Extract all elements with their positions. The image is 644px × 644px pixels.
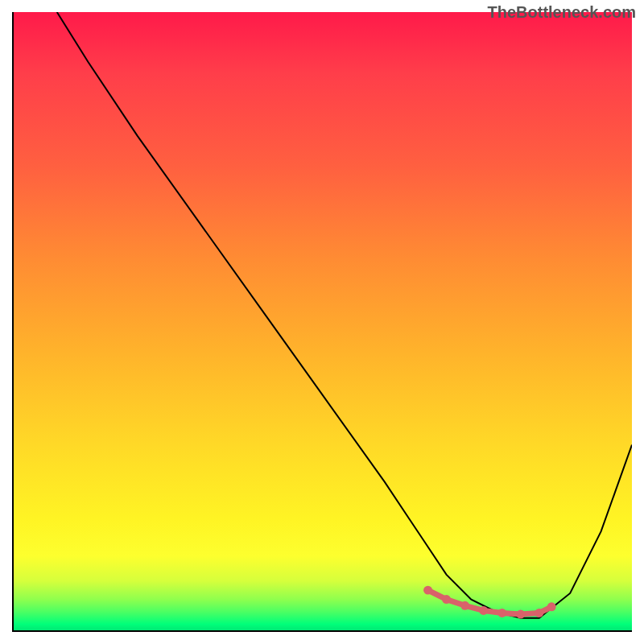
- chart-svg: [14, 12, 632, 630]
- optimal-marker-dot: [535, 609, 543, 617]
- optimal-marker-dot: [497, 609, 506, 617]
- optimal-marker-dot: [460, 601, 469, 610]
- optimal-marker-dot: [479, 606, 488, 615]
- optimal-marker-dot: [516, 610, 525, 619]
- optimal-marker-dot: [423, 586, 432, 595]
- bottleneck-curve-line: [57, 12, 632, 618]
- watermark-text: TheBottleneck.com: [488, 3, 636, 22]
- chart-plot-area: [12, 12, 632, 632]
- optimal-marker-dot: [547, 602, 556, 611]
- optimal-zone-markers: [423, 586, 556, 619]
- optimal-marker-dot: [442, 595, 451, 604]
